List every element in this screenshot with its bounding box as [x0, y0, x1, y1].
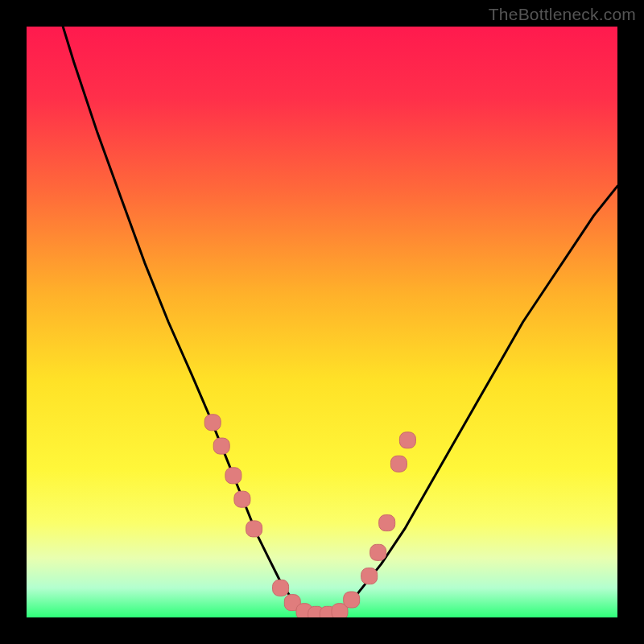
marker-point — [246, 521, 262, 537]
marker-point — [225, 468, 242, 484]
marker-point — [234, 491, 250, 507]
plot-area — [27, 27, 617, 617]
marker-point — [204, 415, 221, 431]
marker-point — [370, 544, 386, 560]
chart-svg — [27, 27, 617, 617]
watermark-text: TheBottleneck.com — [489, 5, 636, 24]
marker-point — [390, 456, 407, 472]
bottleneck-curve — [27, 27, 617, 617]
marker-group — [204, 415, 415, 617]
marker-point — [273, 580, 289, 596]
marker-point — [361, 568, 378, 584]
marker-point — [379, 515, 395, 531]
outer-frame: TheBottleneck.com — [0, 0, 644, 644]
marker-point — [399, 432, 415, 448]
marker-point — [213, 438, 229, 454]
marker-point — [344, 592, 360, 608]
